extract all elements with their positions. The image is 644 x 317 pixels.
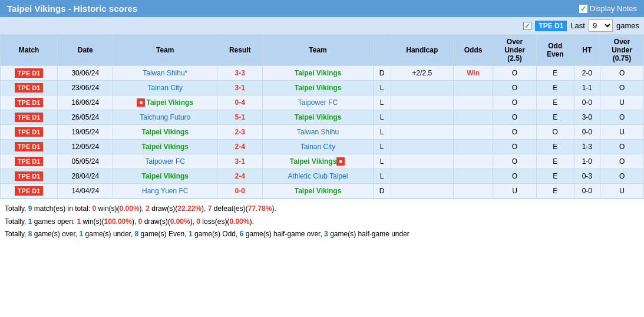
footer-line1: Totally, 9 match(es) in total: 0 win(s)(… — [5, 203, 639, 216]
handicap-cell — [391, 81, 454, 95]
table-row: TPE D126/05/24Taichung Futuro5-1Taipei V… — [1, 110, 644, 125]
date-cell: 05/05/24 — [58, 154, 113, 169]
odd-even-cell: E — [536, 66, 574, 81]
scores-table-wrap: Match Date Team Result Team Handicap Odd… — [0, 34, 644, 199]
header-right: ✓ Display Notes — [579, 4, 637, 13]
table-row: TPE D114/04/24Hang Yuen FC0-0Taipei Viki… — [1, 184, 644, 199]
col-match: Match — [1, 35, 58, 66]
over-under-cell: O — [493, 81, 537, 95]
team1-cell: Taichung Futuro — [113, 110, 217, 125]
odd-even-cell: E — [536, 169, 574, 184]
score-value: 2-4 — [235, 172, 245, 180]
odds-cell — [454, 140, 493, 154]
team1-cell: Taipower FC — [113, 154, 217, 169]
result-cell: L — [373, 110, 391, 125]
over-under2-cell: O — [600, 154, 644, 169]
team2-cell: Taiwan Shihu — [263, 125, 373, 140]
ht-cell: 1-0 — [574, 154, 600, 169]
home-icon: ■ — [137, 98, 145, 107]
odds-value: Win — [467, 69, 480, 77]
league-badge-cell: TPE D1 — [15, 98, 44, 107]
team1-cell: ■Taipei Vikings — [113, 95, 217, 110]
league-cell: TPE D1 — [1, 81, 58, 95]
over-under-cell: O — [493, 110, 537, 125]
team1-name: Hang Yuen FC — [142, 187, 189, 195]
table-row: TPE D123/06/24Tainan City3-1Taipei Vikin… — [1, 81, 644, 95]
over-under-cell: O — [493, 66, 537, 81]
odd-even-cell: E — [536, 140, 574, 154]
ht-cell: 1-3 — [574, 140, 600, 154]
odd-even-cell: E — [536, 184, 574, 199]
header: Taipei Vikings - Historic scores ✓ Displ… — [0, 0, 644, 17]
ht-cell: 0-3 — [574, 169, 600, 184]
team2-name: Taipei Vikings — [295, 84, 342, 92]
team1-cell: Taipei Vikings — [113, 140, 217, 154]
team2-name: Athletic Club Taipei — [288, 172, 348, 180]
over-under2-cell: O — [600, 140, 644, 154]
score-cell: 3-1 — [217, 81, 263, 95]
col-odd-even: OddEven — [536, 35, 574, 66]
handicap-cell: +2/2.5 — [391, 66, 454, 81]
display-notes-checkbox[interactable]: ✓ — [579, 5, 587, 13]
date-cell: 16/06/24 — [58, 95, 113, 110]
team2-cell: Taipower FC — [263, 95, 373, 110]
team2-name: Taipower FC — [298, 98, 338, 107]
team1-name: Taichung Futuro — [140, 113, 190, 121]
over-under-cell: O — [493, 169, 537, 184]
result-cell: L — [373, 125, 391, 140]
handicap-cell — [391, 125, 454, 140]
team1-name: Taipower FC — [146, 157, 185, 166]
score-cell: 2-4 — [217, 140, 263, 154]
league-badge-cell: TPE D1 — [15, 186, 44, 196]
odds-cell — [454, 154, 493, 169]
team1-cell: Tainan City — [113, 81, 217, 95]
date-cell: 12/05/24 — [58, 140, 113, 154]
score-cell: 0-0 — [217, 184, 263, 199]
date-cell: 19/05/24 — [58, 125, 113, 140]
league-cell: TPE D1 — [1, 169, 58, 184]
table-row: TPE D128/04/24Taipei Vikings2-4Athletic … — [1, 169, 644, 184]
table-header-row: Match Date Team Result Team Handicap Odd… — [1, 35, 644, 66]
team2-name: Taipei Vikings — [295, 187, 342, 195]
league-badge-cell: TPE D1 — [15, 113, 44, 122]
handicap-cell — [391, 110, 454, 125]
last-label: Last — [570, 21, 585, 30]
date-cell: 30/06/24 — [58, 66, 113, 81]
result-cell: L — [373, 81, 391, 95]
league-cell: TPE D1 — [1, 140, 58, 154]
team1-name: Taipei Vikings — [141, 143, 189, 151]
league-filter-checkbox[interactable]: ✓ — [523, 22, 531, 30]
league-cell: TPE D1 — [1, 66, 58, 81]
over-under2-cell: O — [600, 66, 644, 81]
result-cell: L — [373, 154, 391, 169]
team2-name: Taipei Vikings — [295, 69, 342, 77]
col-date: Date — [58, 35, 113, 66]
league-cell: TPE D1 — [1, 110, 58, 125]
table-row: TPE D105/05/24Taipower FC3-1Taipei Vikin… — [1, 154, 644, 169]
games-select[interactable]: 9 5 6 7 8 10 15 20 — [589, 19, 613, 32]
table-row: TPE D112/05/24Taipei Vikings2-4Tainan Ci… — [1, 140, 644, 154]
odd-even-cell: E — [536, 154, 574, 169]
table-row: TPE D130/06/24Taiwan Shihu*3-3Taipei Vik… — [1, 66, 644, 81]
odds-cell — [454, 110, 493, 125]
score-cell: 2-4 — [217, 169, 263, 184]
league-badge-cell: TPE D1 — [15, 171, 44, 181]
odds-cell: Win — [454, 66, 493, 81]
league-badge: TPE D1 — [535, 21, 567, 31]
league-cell: TPE D1 — [1, 154, 58, 169]
over-under2-cell: O — [600, 110, 644, 125]
footer-line2: Totally, 1 games open: 1 win(s)(100.00%)… — [5, 216, 639, 229]
league-cell: TPE D1 — [1, 184, 58, 199]
score-cell: 0-4 — [217, 95, 263, 110]
home-icon: ■ — [336, 157, 345, 166]
col-over-under2: OverUnder(0.75) — [600, 35, 644, 66]
table-row: TPE D116/06/24■Taipei Vikings0-4Taipower… — [1, 95, 644, 110]
ht-cell: 0-0 — [574, 95, 600, 110]
display-notes-label[interactable]: ✓ Display Notes — [579, 4, 637, 13]
over-under-cell: U — [493, 184, 537, 199]
odd-even-cell: E — [536, 110, 574, 125]
league-cell: TPE D1 — [1, 95, 58, 110]
handicap-cell — [391, 154, 454, 169]
col-odds: Odds — [454, 35, 493, 66]
ht-cell: 0-0 — [574, 184, 600, 199]
